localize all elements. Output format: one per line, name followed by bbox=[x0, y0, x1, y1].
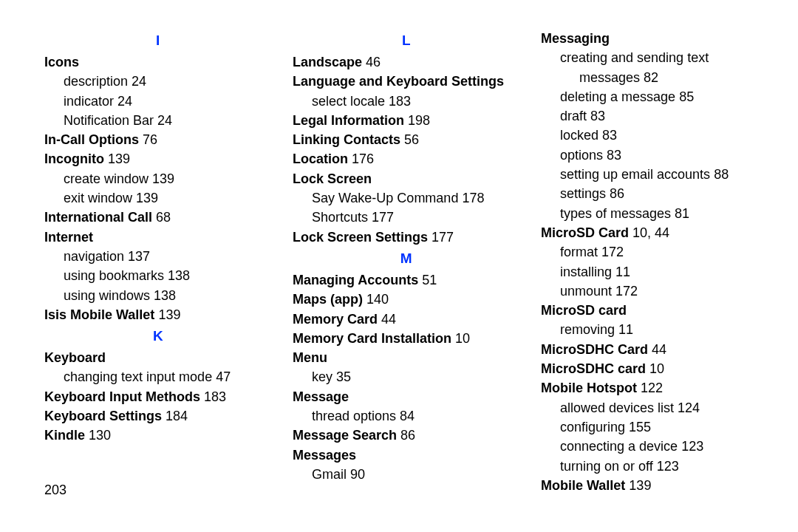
index-subentry: changing text input mode 47 bbox=[44, 368, 272, 386]
index-subentry: exit window 139 bbox=[44, 189, 272, 207]
index-page-ref[interactable]: 68 bbox=[156, 210, 171, 225]
index-columns: IIconsdescription 24indicator 24Notifica… bbox=[44, 28, 768, 496]
index-page-ref[interactable]: 88 bbox=[714, 167, 729, 182]
index-topic-label: MicroSD card bbox=[541, 303, 627, 318]
index-subentry: allowed devices list 124 bbox=[541, 399, 768, 417]
index-page-ref[interactable]: 24 bbox=[132, 74, 146, 89]
index-subentry-label: navigation bbox=[64, 249, 124, 264]
index-page-ref[interactable]: 198 bbox=[408, 113, 430, 128]
index-page-ref[interactable]: 140 bbox=[366, 292, 389, 307]
index-topic: Menu bbox=[293, 349, 520, 366]
index-page-ref[interactable]: 138 bbox=[168, 268, 190, 283]
index-page-ref[interactable]: 47 bbox=[216, 369, 231, 384]
index-page-ref[interactable]: 123 bbox=[657, 459, 679, 474]
index-topic-label: Mobile Hotspot bbox=[541, 381, 637, 395]
index-subentry: Say Wake-Up Command 178 bbox=[293, 189, 520, 207]
index-page-ref[interactable]: 10, 44 bbox=[632, 225, 669, 240]
index-column-3: Messagingcreating and sending textmessag… bbox=[541, 28, 768, 496]
index-page-ref[interactable]: 183 bbox=[204, 389, 226, 404]
index-topic-label: Menu bbox=[293, 350, 327, 365]
index-page-ref[interactable]: 172 bbox=[615, 284, 638, 299]
index-page-ref[interactable]: 24 bbox=[157, 113, 172, 128]
index-page-ref[interactable]: 138 bbox=[154, 288, 176, 303]
index-letter: K bbox=[44, 328, 272, 344]
index-page-ref[interactable]: 76 bbox=[143, 132, 157, 147]
index-subentry: types of messages 81 bbox=[541, 205, 768, 222]
index-topic: Location 176 bbox=[293, 150, 520, 168]
index-page-ref[interactable]: 155 bbox=[629, 420, 651, 434]
index-topic-label: Keyboard Settings bbox=[44, 409, 162, 423]
index-topic-label: Internet bbox=[44, 230, 93, 245]
index-page-ref[interactable]: 122 bbox=[641, 381, 663, 395]
index-page-ref[interactable]: 24 bbox=[117, 94, 132, 109]
index-subentry: connecting a device 123 bbox=[541, 437, 768, 455]
index-topic-label: Managing Accounts bbox=[293, 273, 418, 287]
index-page-ref[interactable]: 123 bbox=[681, 439, 703, 454]
index-topic-label: Memory Card bbox=[293, 312, 378, 327]
index-page-ref[interactable]: 56 bbox=[404, 132, 419, 147]
index-subentry-label: Say Wake-Up Command bbox=[312, 191, 458, 205]
index-subentry: deleting a message 85 bbox=[541, 88, 768, 106]
index-page-ref[interactable]: 83 bbox=[602, 128, 617, 143]
index-page-ref[interactable]: 11 bbox=[618, 322, 633, 337]
index-page-ref[interactable]: 84 bbox=[400, 409, 415, 423]
index-subentry: unmount 172 bbox=[541, 282, 768, 300]
index-page-ref[interactable]: 178 bbox=[462, 191, 484, 205]
index-page-ref[interactable]: 130 bbox=[89, 428, 111, 443]
index-page-ref[interactable]: 139 bbox=[136, 191, 158, 205]
index-subentry-label: installing bbox=[560, 265, 612, 279]
index-subentry-label: key bbox=[312, 369, 332, 384]
index-page-ref[interactable]: 51 bbox=[422, 273, 437, 287]
index-topic-label: MicroSDHC card bbox=[541, 361, 646, 376]
page-number: 203 bbox=[44, 482, 66, 498]
index-page-ref[interactable]: 83 bbox=[590, 109, 605, 123]
index-page-ref[interactable]: 10 bbox=[455, 331, 470, 346]
index-page-ref[interactable]: 44 bbox=[652, 342, 666, 357]
index-page-ref[interactable]: 81 bbox=[675, 206, 689, 221]
index-page-ref[interactable]: 11 bbox=[615, 265, 630, 279]
index-subentry: locked 83 bbox=[541, 126, 768, 144]
index-page-ref[interactable]: 86 bbox=[400, 428, 415, 443]
index-page-ref[interactable]: 10 bbox=[649, 361, 664, 376]
index-page-ref[interactable]: 83 bbox=[607, 148, 621, 163]
index-page-ref[interactable]: 35 bbox=[336, 369, 351, 384]
index-page-ref[interactable]: 137 bbox=[128, 249, 150, 264]
index-page-ref[interactable]: 139 bbox=[108, 151, 130, 166]
index-page-ref[interactable]: 176 bbox=[352, 151, 374, 166]
index-subentry: setting up email accounts 88 bbox=[541, 166, 768, 183]
index-page-ref[interactable]: 183 bbox=[389, 94, 411, 109]
index-topic: Landscape 46 bbox=[293, 53, 520, 71]
index-subentry: settings 86 bbox=[541, 185, 768, 202]
index-subentry-label: changing text input mode bbox=[64, 369, 212, 384]
index-page-ref[interactable]: 177 bbox=[432, 230, 454, 245]
index-subentry-label: connecting a device bbox=[560, 439, 678, 454]
index-subentry-label: indicator bbox=[64, 94, 114, 109]
index-subentry: select locale 183 bbox=[293, 92, 520, 110]
index-topic: MicroSD Card 10, 44 bbox=[541, 224, 768, 242]
index-page-ref[interactable]: 90 bbox=[350, 467, 365, 482]
index-page-ref[interactable]: 177 bbox=[372, 210, 394, 225]
index-topic: Mobile Wallet 139 bbox=[541, 477, 768, 494]
index-page-ref[interactable]: 124 bbox=[678, 400, 700, 415]
index-subentry: Notification Bar 24 bbox=[44, 112, 272, 129]
index-page-ref[interactable]: 44 bbox=[381, 312, 396, 327]
index-page-ref[interactable]: 184 bbox=[166, 409, 188, 423]
index-page-ref[interactable]: 172 bbox=[601, 245, 624, 259]
index-subentry: removing 11 bbox=[541, 321, 768, 338]
index-page-ref[interactable]: 82 bbox=[644, 70, 658, 85]
index-page-ref[interactable]: 139 bbox=[629, 478, 651, 493]
index-page-ref[interactable]: 139 bbox=[158, 307, 180, 322]
index-page-ref[interactable]: 139 bbox=[152, 171, 174, 186]
index-page-ref[interactable]: 86 bbox=[610, 186, 624, 201]
index-topic-label: Location bbox=[293, 151, 348, 166]
index-topic: Internet bbox=[44, 228, 272, 246]
index-page-ref[interactable]: 85 bbox=[679, 89, 694, 104]
index-topic: MicroSDHC Card 44 bbox=[541, 341, 768, 358]
index-page-ref[interactable]: 46 bbox=[366, 55, 381, 69]
index-topic-label: Message Search bbox=[293, 428, 397, 443]
index-letter: M bbox=[293, 250, 520, 267]
index-subentry: create window 139 bbox=[44, 170, 272, 188]
index-subentry-label: unmount bbox=[560, 284, 612, 299]
index-subentry-label: using windows bbox=[64, 288, 150, 303]
index-topic-label: Isis Mobile Wallet bbox=[44, 307, 154, 322]
